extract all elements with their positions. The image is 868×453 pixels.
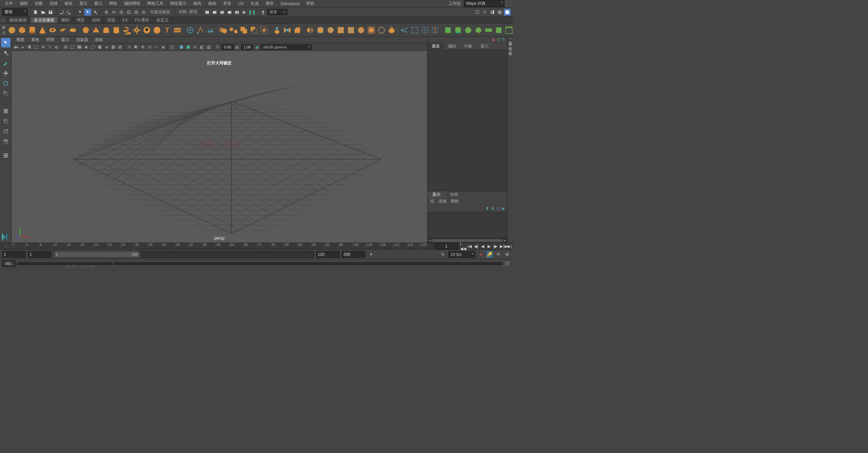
- manip-orientation-icon[interactable]: ◆: [492, 38, 495, 42]
- poly-sphere-icon[interactable]: [7, 25, 16, 35]
- shelf-tab-custom[interactable]: 自定义: [153, 17, 172, 23]
- time-slider-track[interactable]: 1481216202428323640444852566064687276808…: [12, 243, 434, 249]
- play-forward-icon[interactable]: ▶: [486, 243, 492, 249]
- auto-key-icon[interactable]: ●: [477, 251, 484, 258]
- menu-substance[interactable]: Substance: [277, 1, 303, 7]
- rotate-tool-icon[interactable]: [1, 79, 11, 88]
- open-scene-icon[interactable]: [40, 9, 46, 16]
- step-forward-key-icon[interactable]: ▶|: [499, 243, 505, 249]
- menu-mesh[interactable]: 网格: [106, 0, 121, 7]
- menu-surfaces[interactable]: 曲面: [205, 0, 220, 7]
- scale-tool-icon[interactable]: [1, 89, 11, 98]
- textured-icon[interactable]: [117, 44, 123, 50]
- svg-icon[interactable]: SVG: [173, 25, 182, 35]
- uv-planar-icon[interactable]: [443, 25, 452, 35]
- menu-generate[interactable]: 生成: [247, 0, 262, 7]
- layer-tab-anim[interactable]: 动画: [445, 191, 463, 198]
- playblast-icon[interactable]: ▶: [241, 9, 248, 16]
- mirror-icon[interactable]: [306, 25, 315, 35]
- dof-icon[interactable]: ◉: [160, 44, 166, 50]
- shadows-icon[interactable]: [133, 44, 139, 50]
- render-globals-icon[interactable]: ⚙: [234, 9, 240, 16]
- menu-create[interactable]: 创建: [31, 0, 46, 7]
- menu-mesh-tools[interactable]: 网格工具: [144, 0, 167, 7]
- gate-mask-icon[interactable]: [83, 44, 89, 50]
- shelf-tab-fx-cache[interactable]: FX 缓存: [132, 17, 153, 23]
- tab-show[interactable]: 显示: [476, 42, 493, 50]
- panel-menu-shading[interactable]: 着色: [28, 36, 43, 43]
- xray-active-icon[interactable]: [185, 44, 191, 50]
- poly-gear-icon[interactable]: [132, 25, 141, 35]
- wireframe-icon[interactable]: [90, 44, 96, 50]
- poly-disc-icon[interactable]: [68, 25, 77, 35]
- bevel-icon[interactable]: [293, 25, 302, 35]
- signin-selector[interactable]: 登录▾: [267, 9, 288, 15]
- panel-menu-view[interactable]: 视图: [13, 36, 28, 43]
- shelf-options-icon[interactable]: ○: [1, 30, 6, 35]
- gamma-reset-icon[interactable]: ◐: [234, 44, 240, 50]
- anim-end-field[interactable]: [342, 251, 366, 258]
- lock-camera-icon[interactable]: ●: [20, 44, 26, 50]
- toggle-modeling-toolkit-icon[interactable]: [474, 9, 481, 16]
- boolean-intersection-icon[interactable]: [260, 25, 269, 35]
- toggle-channel-box-icon[interactable]: [504, 9, 511, 16]
- snap-projected-center-icon[interactable]: [125, 9, 132, 16]
- exposure-reset-icon[interactable]: ↻: [215, 44, 221, 50]
- poly-platonic-icon[interactable]: [81, 25, 90, 35]
- connect-icon[interactable]: [420, 25, 429, 35]
- grid-icon[interactable]: [63, 44, 69, 50]
- save-scene-icon[interactable]: [47, 9, 54, 16]
- smooth-icon[interactable]: [316, 25, 325, 35]
- multi-cut-icon[interactable]: [400, 25, 409, 35]
- step-forward-frame-icon[interactable]: |▶: [492, 243, 498, 249]
- use-default-material-icon[interactable]: ◈: [103, 44, 110, 50]
- select-by-object-icon[interactable]: [84, 9, 91, 16]
- layout-two-stack-icon[interactable]: [1, 137, 11, 146]
- set-key-icon[interactable]: 🔑: [486, 251, 493, 258]
- smooth-shade-icon[interactable]: [97, 44, 103, 50]
- view-transform-icon[interactable]: ◉: [254, 44, 260, 50]
- redo-icon[interactable]: [66, 9, 73, 16]
- menu-mesh-display[interactable]: 网格显示: [167, 0, 190, 7]
- poly-cube-icon[interactable]: [18, 25, 26, 35]
- menu-curves[interactable]: 曲线: [190, 0, 205, 7]
- bridge-icon[interactable]: [283, 25, 292, 35]
- menu-help[interactable]: 帮助: [303, 0, 318, 7]
- poly-pyramid-icon[interactable]: [92, 25, 100, 35]
- wireframe-on-shaded-icon[interactable]: [110, 44, 116, 50]
- make-live-icon[interactable]: [140, 9, 147, 16]
- anim-prefs-icon[interactable]: ⟳: [495, 251, 502, 258]
- poly-prism-icon[interactable]: [102, 25, 111, 35]
- layer-tab-display[interactable]: 显示: [428, 191, 445, 198]
- viewport-3d[interactable]: 打开大写锁定 趣享小程序 y x z persp: [12, 51, 427, 243]
- command-input[interactable]: 趣享小程序: [17, 262, 112, 265]
- render-sequence-icon[interactable]: [219, 9, 225, 16]
- layer-menu-layers[interactable]: 层: [430, 199, 434, 204]
- shelf-tab-poly[interactable]: 多边形建模: [31, 17, 58, 23]
- combine-icon[interactable]: [219, 25, 228, 35]
- panel-menu-lighting[interactable]: 照明: [43, 36, 58, 43]
- resolution-gate-icon[interactable]: [76, 44, 82, 50]
- shelf-tab-curves[interactable]: 曲线/曲面: [6, 17, 31, 23]
- poly-soccer-icon[interactable]: [142, 25, 151, 35]
- snap-curve-icon[interactable]: [111, 9, 117, 16]
- manip-world-icon[interactable]: ⬡: [497, 38, 500, 42]
- ghost-icon[interactable]: ◐: [54, 44, 60, 50]
- toggle-attribute-editor-icon[interactable]: [496, 9, 503, 16]
- current-frame-field[interactable]: 1: [434, 243, 458, 249]
- isolate-select-icon[interactable]: [169, 44, 175, 50]
- menu-select[interactable]: 选择: [46, 0, 61, 7]
- range-track[interactable]: 1 120: [54, 251, 314, 258]
- image-plane-icon[interactable]: [33, 44, 39, 50]
- ao-icon[interactable]: ◓: [140, 44, 146, 50]
- sidebar-toggle-icon[interactable]: [506, 1, 511, 6]
- anti-alias-icon[interactable]: ◔: [146, 44, 153, 50]
- 2d-pan-icon[interactable]: ✥: [40, 44, 46, 50]
- range-fill[interactable]: 1 120: [54, 251, 140, 258]
- prefs-icon[interactable]: ⚙: [504, 251, 511, 258]
- shelf-collapse-icon[interactable]: —: [0, 17, 6, 23]
- range-menu-icon[interactable]: ▾: [368, 251, 374, 258]
- snap-view-plane-icon[interactable]: [133, 9, 140, 16]
- insert-edge-loop-icon[interactable]: [431, 25, 439, 35]
- side-tab-channelbox[interactable]: 通道盒/层编辑器: [508, 39, 513, 40]
